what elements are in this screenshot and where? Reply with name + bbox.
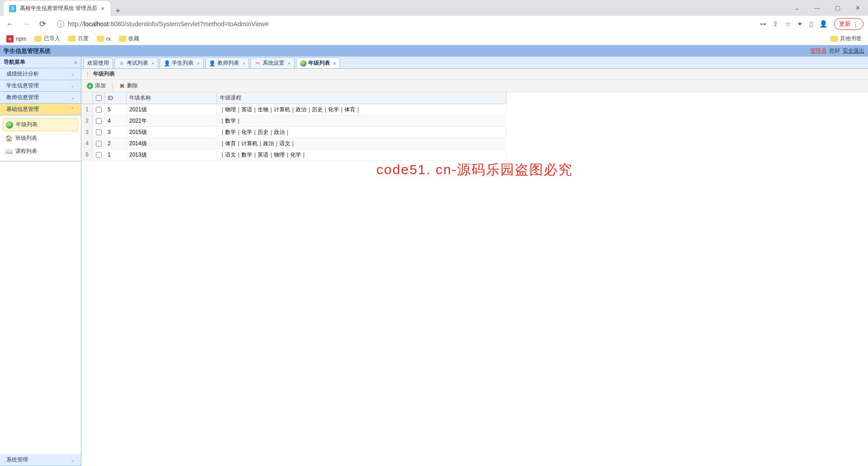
- header-id[interactable]: ID: [105, 92, 127, 104]
- url-bar[interactable]: i http://localhost:8080/studentinfo/Syst…: [53, 18, 754, 30]
- cell-course: ｜数学｜: [217, 115, 506, 126]
- cell-course: ｜语文｜数学｜英语｜物理｜化学｜: [217, 149, 506, 160]
- teacher-icon: 👤: [209, 60, 216, 67]
- bookmark-imported[interactable]: 已导入: [34, 35, 60, 43]
- cell-name: 2022年: [127, 115, 217, 126]
- update-button[interactable]: 更新 ⋮: [834, 18, 863, 30]
- cell-course: ｜体育｜计算机｜政治｜语文｜: [217, 138, 506, 149]
- sidebar-item-student[interactable]: 学生信息管理⌄: [0, 80, 81, 92]
- cell-checkbox: [93, 104, 105, 115]
- bookmark-npm[interactable]: nnpm: [6, 35, 26, 43]
- browser-tab-bar: S 高校学生信息管理系统 管理员后 × + ⌄ — ▢ ✕: [0, 0, 868, 16]
- cell-id: 2: [105, 138, 127, 149]
- sidebar: 导航菜单 « 成绩统计分析⌄ 学生信息管理⌄ 教师信息管理⌄ 基础信息管理⌄ 年…: [0, 57, 81, 466]
- bookmark-other[interactable]: 其他书签: [830, 35, 862, 43]
- subitem-course[interactable]: 📖课程列表: [3, 145, 78, 157]
- app-title: 学生信息管理系统: [4, 47, 51, 55]
- tab-teacher[interactable]: 👤教师列表×: [205, 57, 249, 68]
- cell-course: ｜数学｜化学｜历史｜政治｜: [217, 127, 506, 138]
- delete-button[interactable]: ✖删除: [116, 81, 141, 90]
- globe-icon: [300, 60, 307, 67]
- row-checkbox[interactable]: [96, 118, 102, 124]
- profile-icon[interactable]: 👤: [819, 20, 828, 28]
- tab-settings[interactable]: ✂系统设置×: [250, 57, 294, 68]
- star-icon[interactable]: ☆: [785, 20, 791, 28]
- key-icon[interactable]: ⊶: [760, 20, 766, 28]
- list-icon: ≡: [118, 60, 125, 67]
- share-icon[interactable]: ⇪: [773, 20, 778, 28]
- sidebar-item-basic[interactable]: 基础信息管理⌄: [0, 104, 81, 115]
- greeting-text: 您好: [829, 47, 840, 55]
- sidebar-item-system[interactable]: 系统管理⌄: [0, 454, 81, 466]
- browser-chrome: S 高校学生信息管理系统 管理员后 × + ⌄ — ▢ ✕ ← → ⟳ i ht…: [0, 0, 868, 45]
- header-checkbox: [93, 92, 105, 104]
- table-row[interactable]: 422014级｜体育｜计算机｜政治｜语文｜: [81, 138, 506, 149]
- cell-id: 4: [105, 115, 127, 126]
- back-button[interactable]: ←: [5, 19, 15, 29]
- row-checkbox[interactable]: [96, 152, 102, 158]
- tab-exam[interactable]: ≡考试列表×: [114, 57, 158, 68]
- tab-welcome[interactable]: 欢迎使用: [83, 57, 113, 68]
- cell-id: 1: [105, 149, 127, 160]
- home-icon: 🏠: [5, 135, 13, 142]
- toolbar: +添加 ✖删除: [81, 80, 868, 92]
- content-area: 欢迎使用 ≡考试列表× 👤学生列表× 👤教师列表× ✂系统设置× 年级列表× 年…: [81, 57, 868, 466]
- logout-link[interactable]: 安全退出: [843, 47, 864, 55]
- new-tab-button[interactable]: +: [110, 6, 126, 16]
- info-icon[interactable]: i: [57, 20, 64, 28]
- close-window-icon[interactable]: ✕: [848, 5, 868, 11]
- bookmark-baidu[interactable]: 百度: [68, 35, 89, 43]
- sidebar-item-teacher[interactable]: 教师信息管理⌄: [0, 92, 81, 104]
- cell-rownum: 2: [81, 115, 93, 126]
- reload-button[interactable]: ⟳: [37, 19, 48, 29]
- select-all-checkbox[interactable]: [96, 95, 102, 101]
- panel-title: 年级列表: [81, 69, 868, 80]
- subitem-class[interactable]: 🏠班级列表: [3, 132, 78, 144]
- cell-checkbox: [93, 149, 105, 160]
- maximize-icon[interactable]: ▢: [827, 5, 848, 11]
- delete-icon: ✖: [119, 83, 125, 89]
- row-checkbox[interactable]: [96, 129, 102, 135]
- table-row[interactable]: 152021级｜物理｜英语｜生物｜计算机｜政治｜历史｜化学｜体育｜: [81, 104, 506, 115]
- bookmark-rx[interactable]: rx: [97, 36, 111, 42]
- table-row[interactable]: 512013级｜语文｜数学｜英语｜物理｜化学｜: [81, 149, 506, 161]
- forward-button[interactable]: →: [21, 19, 32, 29]
- chevron-down-icon: ⌄: [71, 71, 75, 77]
- collapse-icon[interactable]: «: [74, 59, 77, 66]
- table-row[interactable]: 332015级｜数学｜化学｜历史｜政治｜: [81, 127, 506, 138]
- window-controls: ⌄ — ▢ ✕: [787, 0, 868, 16]
- extensions-icon[interactable]: ✦: [797, 20, 803, 28]
- dropdown-icon[interactable]: ⌄: [787, 5, 807, 11]
- header-rownum: [81, 92, 93, 104]
- separator: [112, 82, 113, 90]
- tab-student[interactable]: 👤学生列表×: [160, 57, 203, 68]
- row-checkbox[interactable]: [96, 141, 102, 147]
- tab-grade[interactable]: 年级列表×: [296, 57, 340, 68]
- tab-close-icon[interactable]: ×: [242, 61, 245, 66]
- address-bar: ← → ⟳ i http://localhost:8080/studentinf…: [0, 16, 868, 32]
- panel-icon[interactable]: ▯: [809, 20, 813, 28]
- cell-name: 2013级: [127, 149, 217, 160]
- bookmark-fav[interactable]: 收藏: [119, 35, 139, 43]
- tab-close-icon[interactable]: ×: [288, 61, 290, 66]
- cell-name: 2021级: [127, 104, 217, 115]
- tab-close-icon[interactable]: ×: [197, 61, 199, 66]
- plus-icon: +: [87, 83, 93, 89]
- header-name[interactable]: 年级名称: [127, 92, 217, 104]
- tab-close-icon[interactable]: ×: [101, 5, 104, 12]
- subitem-grade[interactable]: 年级列表: [3, 118, 78, 131]
- cell-name: 2015级: [127, 127, 217, 138]
- minimize-icon[interactable]: —: [807, 5, 827, 11]
- row-checkbox[interactable]: [96, 107, 102, 113]
- tab-close-icon[interactable]: ×: [333, 61, 336, 66]
- cell-id: 5: [105, 104, 127, 115]
- browser-tab[interactable]: S 高校学生信息管理系统 管理员后 ×: [4, 1, 110, 16]
- header-course[interactable]: 年级课程: [217, 92, 506, 104]
- admin-link[interactable]: 管理员: [810, 47, 826, 55]
- table-row[interactable]: 242022年｜数学｜: [81, 115, 506, 127]
- url-text: http://localhost:8080/studentinfo/System…: [68, 20, 269, 28]
- add-button[interactable]: +添加: [84, 81, 108, 90]
- book-icon: 📖: [5, 148, 13, 155]
- tab-close-icon[interactable]: ×: [151, 61, 154, 66]
- sidebar-item-score[interactable]: 成绩统计分析⌄: [0, 68, 81, 80]
